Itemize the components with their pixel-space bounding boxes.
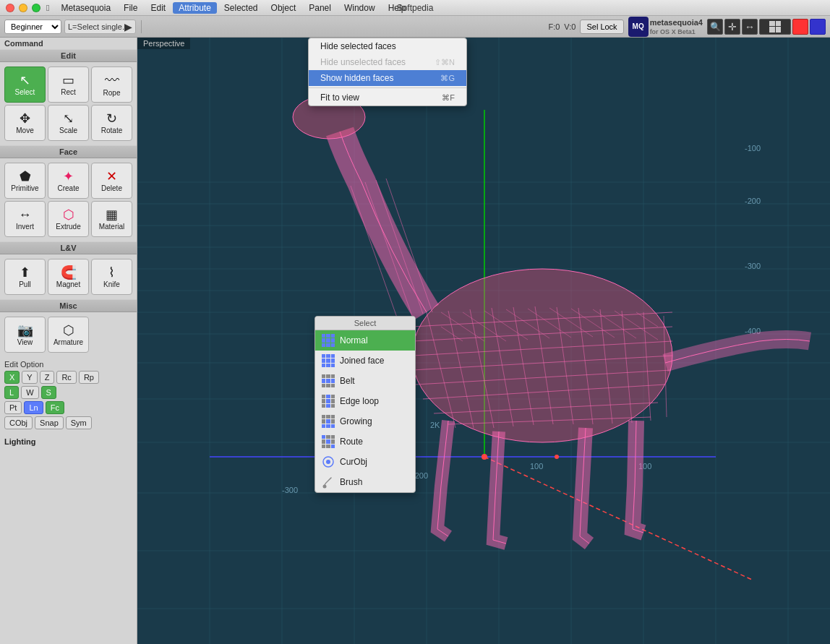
- pull-icon: ⬆: [20, 266, 30, 279]
- ln-btn[interactable]: Ln: [24, 401, 43, 414]
- viewport[interactable]: -400 -300 -200 -100 100 100 -200 -300 2K: [137, 38, 830, 644]
- rc-btn[interactable]: Rc: [56, 371, 76, 384]
- rotate-tool[interactable]: ↻ Rotate: [91, 105, 132, 141]
- armature-tool[interactable]: ⬡ Armature: [48, 317, 89, 353]
- pt-btn[interactable]: Pt: [4, 401, 22, 414]
- knife-tool[interactable]: ⌇ Knife: [91, 259, 132, 295]
- belt-label: Belt: [340, 376, 355, 386]
- menu-window[interactable]: Window: [338, 2, 381, 14]
- menu-panel[interactable]: Panel: [303, 2, 337, 14]
- scale-label: Scale: [59, 126, 77, 134]
- primitive-tool[interactable]: ⬟ Primitive: [4, 163, 46, 199]
- pan-button[interactable]: ✛: [724, 19, 740, 35]
- cobj-btn[interactable]: CObj: [4, 416, 33, 429]
- menu-file[interactable]: File: [118, 2, 143, 14]
- z-axis-btn[interactable]: Z: [40, 371, 55, 384]
- scale-icon: ⤡: [63, 112, 74, 125]
- menu-attribute[interactable]: Attribute: [173, 2, 217, 14]
- select-route-item[interactable]: Route: [315, 432, 415, 452]
- rect-label: Rect: [61, 88, 76, 96]
- w-btn[interactable]: W: [21, 386, 38, 399]
- hide-unselected-shortcut: ⇧⌘N: [435, 58, 455, 67]
- select-brush-item[interactable]: Brush: [315, 472, 415, 492]
- snap-btn[interactable]: Snap: [35, 416, 64, 429]
- toolbar-separator-1: [141, 20, 142, 33]
- material-label: Material: [99, 223, 125, 231]
- material-tool[interactable]: ▦ Material: [91, 201, 132, 237]
- knife-label: Knife: [103, 280, 120, 288]
- main-area: Command Edit ↖ Select ▭ Rect 〰 Rope ✥ Mo…: [0, 38, 830, 644]
- hide-unselected-faces-item[interactable]: Hide unselected faces ⇧⌘N: [309, 54, 466, 70]
- view-tool[interactable]: 📷 View: [4, 317, 46, 353]
- joined-face-label: Joined face: [340, 356, 384, 366]
- menu-object[interactable]: Object: [265, 2, 302, 14]
- menu-edit[interactable]: Edit: [145, 2, 171, 14]
- show-hidden-faces-item[interactable]: Show hidden faces ⌘G: [309, 70, 466, 86]
- logo-icon: MQ: [628, 17, 649, 37]
- create-tool[interactable]: ✦ Create: [48, 163, 89, 199]
- create-icon: ✦: [63, 170, 74, 183]
- scale-tool[interactable]: ⤡ Scale: [48, 105, 89, 141]
- magnet-icon: 🧲: [61, 266, 77, 279]
- logo-area: MQ metasequoia4for OS X Beta1: [628, 17, 703, 37]
- mode-select[interactable]: Beginner Advanced: [4, 20, 61, 34]
- l-btn[interactable]: L: [4, 386, 19, 399]
- select-joined-face-item[interactable]: Joined face: [315, 351, 415, 371]
- lighting-label: Lighting: [0, 434, 137, 449]
- hide-selected-faces-item[interactable]: Hide selected faces: [309, 38, 466, 54]
- y-axis-btn[interactable]: Y: [22, 371, 37, 384]
- vertex-count-label: V:0: [564, 22, 576, 31]
- edge-loop-icon: [321, 394, 335, 408]
- toolbar-right: F:0 V:0 Sel Lock MQ metasequoia4for OS X…: [548, 17, 826, 37]
- view-grid-button[interactable]: [759, 19, 791, 35]
- sym-btn[interactable]: Sym: [66, 416, 92, 429]
- misc-tools: 📷 View ⬡ Armature: [0, 312, 137, 357]
- brush-label: Brush: [340, 477, 362, 487]
- pull-tool[interactable]: ⬆ Pull: [4, 259, 46, 295]
- svg-point-38: [412, 269, 672, 442]
- move-icon: ✥: [20, 112, 30, 125]
- menu-metasequoia[interactable]: Metasequoia: [55, 2, 116, 14]
- move-tool[interactable]: ✥ Move: [4, 105, 46, 141]
- fc-btn[interactable]: Fc: [46, 401, 64, 414]
- rotate-view-button[interactable]: ↔: [742, 19, 758, 35]
- color-btn-red[interactable]: [792, 19, 808, 35]
- zoom-in-button[interactable]: 🔍: [707, 19, 723, 35]
- menu-selected[interactable]: Selected: [218, 2, 264, 14]
- rp-btn[interactable]: Rp: [79, 371, 99, 384]
- select-edge-loop-item[interactable]: Edge loop: [315, 391, 415, 411]
- rotate-label: Rotate: [101, 126, 122, 134]
- x-axis-btn[interactable]: X: [4, 371, 20, 384]
- toolbar: Beginner Advanced L=Select single. ▶ F:0…: [0, 16, 830, 38]
- apple-menu[interactable]: : [46, 3, 49, 13]
- rope-tool[interactable]: 〰 Rope: [91, 66, 132, 103]
- select-growing-item[interactable]: Growing: [315, 411, 415, 432]
- select-curobj-item[interactable]: CurObj: [315, 452, 415, 472]
- move-label: Move: [16, 126, 33, 134]
- maximize-button[interactable]: [32, 4, 40, 12]
- extrude-icon: ⬡: [63, 208, 74, 221]
- belt-icon: [321, 374, 335, 388]
- rect-tool[interactable]: ▭ Rect: [48, 66, 89, 103]
- invert-tool[interactable]: ↔ Invert: [4, 201, 46, 237]
- select-tool[interactable]: ↖ Select: [4, 66, 46, 103]
- magnet-tool[interactable]: 🧲 Magnet: [48, 259, 89, 295]
- invert-icon: ↔: [19, 208, 32, 221]
- extrude-tool[interactable]: ⬡ Extrude: [48, 201, 89, 237]
- growing-icon: [321, 414, 335, 429]
- type-btn-row: Pt Ln Fc: [4, 401, 132, 414]
- s-btn[interactable]: S: [41, 386, 56, 399]
- curobj-label: CurObj: [340, 457, 367, 467]
- select-normal-item[interactable]: Normal: [315, 330, 415, 351]
- minimize-button[interactable]: [19, 4, 27, 12]
- armature-label: Armature: [54, 338, 83, 346]
- sel-lock-button[interactable]: Sel Lock: [580, 20, 623, 34]
- close-button[interactable]: [6, 4, 14, 12]
- fit-to-view-item[interactable]: Fit to view ⌘F: [309, 90, 466, 106]
- delete-tool[interactable]: ✕ Delete: [91, 163, 132, 199]
- color-btn-blue[interactable]: [810, 19, 826, 35]
- select-belt-item[interactable]: Belt: [315, 371, 415, 391]
- create-label: Create: [57, 184, 79, 192]
- armature-icon: ⬡: [63, 324, 74, 337]
- view-label: View: [17, 338, 33, 346]
